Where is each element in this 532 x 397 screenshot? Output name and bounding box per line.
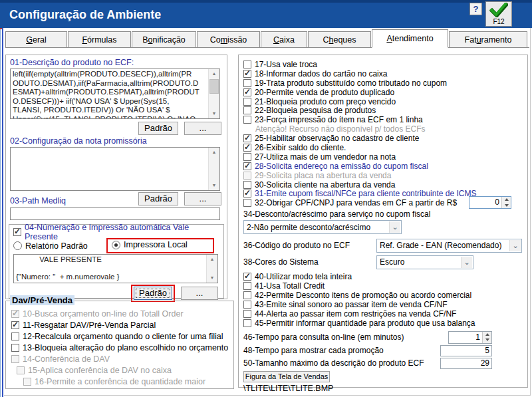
checkbox[interactable] bbox=[243, 273, 251, 281]
tab-cheques[interactable]: Cheques bbox=[308, 31, 371, 47]
input-48-tempo-promocao[interactable]: 5 bbox=[440, 345, 492, 356]
textarea-04-vale-presente[interactable]: VALE PRESENTE {"Numero: " + m.numerovale… bbox=[13, 254, 218, 283]
chevron-down-icon[interactable]: ⌄ bbox=[509, 240, 521, 251]
scrollbar[interactable]: ▲ ▼ bbox=[206, 255, 217, 283]
checkbox-row-40[interactable]: 40-Utilizar modo tela inteira bbox=[243, 272, 525, 281]
browse-button-04[interactable]: ... bbox=[181, 287, 218, 300]
chevron-down-icon[interactable]: ⌄ bbox=[389, 221, 400, 233]
checkbox[interactable] bbox=[243, 199, 251, 207]
checkbox-row-18[interactable]: 18-Informar dados do cartão no caixa bbox=[243, 69, 525, 78]
tab-comissao[interactable]: Comissão bbox=[197, 31, 260, 47]
combo-38-cores-sistema[interactable]: Escuro ⌄ bbox=[376, 255, 473, 269]
scroll-down-icon[interactable]: ▼ bbox=[209, 109, 219, 118]
checkbox[interactable] bbox=[243, 61, 251, 68]
checkbox[interactable] bbox=[243, 319, 251, 327]
checkbox[interactable] bbox=[243, 291, 251, 299]
spinner-32-valor[interactable]: 0 bbox=[469, 196, 511, 209]
browse-button-02[interactable]: ... bbox=[184, 192, 221, 205]
tab-bonificacao[interactable]: Bonificação bbox=[132, 31, 196, 47]
checkbox[interactable] bbox=[13, 228, 21, 236]
checkbox-row-20[interactable]: 20-Permite venda de produto duplicado bbox=[243, 88, 525, 97]
padrao-button-01[interactable]: Padrão bbox=[138, 122, 178, 135]
scroll-down-icon[interactable]: ▼ bbox=[209, 181, 219, 190]
tab-faturamento[interactable]: Faturamento bbox=[449, 31, 527, 47]
radio-relatorio-padrao[interactable]: Relatório Padrão bbox=[13, 241, 88, 251]
checkbox[interactable] bbox=[243, 153, 251, 161]
radio-icon[interactable] bbox=[13, 241, 22, 250]
checkbox-row-25[interactable]: 25-Habilitar observação no cadastro de c… bbox=[243, 134, 525, 143]
textarea-02-nota-promissoria[interactable]: ▲ ▼ bbox=[10, 147, 220, 191]
padrao-button-02[interactable]: Padrão bbox=[138, 192, 178, 205]
tab-geral[interactable]: Geral bbox=[5, 31, 67, 47]
checkbox-row-30[interactable]: 30-Solicita cliente na abertura da venda bbox=[243, 180, 525, 190]
checkbox[interactable] bbox=[243, 70, 251, 78]
combo-34-desconto[interactable]: 2-Não permite desconto/acréscimo ⌄ bbox=[243, 220, 402, 234]
spinner-46-tempo-consulta[interactable]: 1 bbox=[448, 331, 492, 344]
checkbox-row-27[interactable]: 27-Utiliza mais de um vendedor na nota bbox=[243, 152, 525, 162]
checkbox[interactable] bbox=[11, 321, 19, 329]
checkbox-row-14[interactable]: 14-Conferência de DAV bbox=[11, 353, 231, 364]
checkbox-row-43[interactable]: 43-Emite sinal sonoro ao passar item de … bbox=[243, 300, 525, 309]
scroll-up-icon[interactable]: ▲ bbox=[209, 148, 219, 157]
radio-impressora-local[interactable]: Impressora Local bbox=[112, 240, 188, 249]
checkbox[interactable] bbox=[243, 144, 251, 152]
checkbox[interactable] bbox=[11, 344, 19, 352]
scrollbar[interactable]: ▲ ▼ bbox=[208, 69, 219, 118]
checkbox-row-45[interactable]: 45-Permitir informar quantidade para pro… bbox=[243, 319, 525, 328]
input-50-tamanho-descricao[interactable]: 29 bbox=[440, 358, 492, 369]
textarea-01-descricao-ecf[interactable]: left(iif(empty(alltrim(PRODUTO.DESECF)),… bbox=[10, 68, 220, 119]
checkbox[interactable] bbox=[11, 332, 19, 340]
figura-tela-vendas-button[interactable]: Figura da Tela de Vendas bbox=[243, 371, 330, 382]
checkbox-row-19[interactable]: 19-Trata produto substituído como tribut… bbox=[243, 78, 525, 88]
checkbox-row-26[interactable]: 26-Exibir saldo do cliente. bbox=[243, 143, 525, 152]
checkbox[interactable] bbox=[243, 88, 251, 96]
spinner-down-icon[interactable] bbox=[483, 337, 491, 343]
spinner-up-icon[interactable] bbox=[483, 332, 491, 338]
tab-atendimento[interactable]: Atendimento bbox=[372, 29, 448, 48]
checkbox[interactable] bbox=[243, 106, 251, 114]
scrollbar-thumb[interactable] bbox=[209, 79, 219, 94]
padrao-button-04[interactable]: Padrão bbox=[134, 287, 172, 300]
spinner-up-icon[interactable] bbox=[502, 197, 511, 203]
checkbox-row-42[interactable]: 42-Permite Desconto itens de promoção ou… bbox=[243, 291, 525, 300]
checkbox-row-04[interactable]: 04-Númeração e Impressão automática Vale… bbox=[13, 227, 219, 237]
combo-36-codigo-produto[interactable]: Ref. Grade - EAN (Recomendado) ⌄ bbox=[376, 239, 522, 253]
checkbox-row-11[interactable]: 11-Resgatar DAV/Pré-Venda Parcial bbox=[11, 319, 231, 331]
browse-button-01[interactable]: ... bbox=[184, 122, 221, 135]
checkbox[interactable] bbox=[243, 301, 251, 309]
spinner-down-icon[interactable] bbox=[502, 202, 511, 208]
radio-icon[interactable] bbox=[112, 241, 120, 249]
checkbox-row-16[interactable]: 16-Permite a conferência de quantidade m… bbox=[23, 376, 231, 387]
checkbox-row-21[interactable]: 21-Bloqueia produto com preço vencido bbox=[243, 97, 525, 106]
checkbox-row-28[interactable]: 28-Solicita endereço na emissão do cupom… bbox=[243, 162, 525, 171]
scrollbar[interactable]: ▲ ▼ bbox=[208, 148, 219, 190]
checkbox-row-15[interactable]: 15-Aplica conferência de DAV no caixa bbox=[17, 364, 231, 376]
checkbox[interactable] bbox=[243, 98, 251, 106]
checkbox[interactable] bbox=[243, 190, 251, 198]
checkbox[interactable] bbox=[243, 310, 251, 318]
checkbox-row-23[interactable]: 23-Força impressão do ítem na ECF em 1 l… bbox=[243, 115, 525, 124]
checkbox-row-32[interactable]: 32-Obrigar CPF/CNPJ para vendas em CF a … bbox=[243, 198, 525, 207]
scroll-down-icon[interactable]: ▼ bbox=[207, 273, 217, 283]
scroll-up-icon[interactable]: ▲ bbox=[209, 69, 219, 78]
f12-confirm-button[interactable]: F12 bbox=[485, 1, 512, 27]
checkbox-row-41[interactable]: 41-Usa Totall Credit bbox=[243, 281, 525, 291]
path-medliq-input[interactable] bbox=[10, 207, 220, 220]
checkbox-row-22[interactable]: 22-Bloqueia pesquisa de produtos bbox=[243, 106, 525, 115]
checkbox-row-10[interactable]: 10-Busca orçamento on-line do Totall Ord… bbox=[11, 308, 231, 319]
checkbox[interactable] bbox=[243, 181, 251, 189]
checkbox[interactable] bbox=[243, 134, 251, 142]
checkbox[interactable] bbox=[243, 79, 251, 87]
tab-formulas[interactable]: Fórmulas bbox=[68, 31, 131, 47]
scroll-up-icon[interactable]: ▲ bbox=[207, 255, 217, 264]
checkbox[interactable] bbox=[243, 282, 251, 290]
checkbox-row-29[interactable]: 29-Solicita placa na abertura da venda bbox=[243, 171, 525, 180]
help-button[interactable]: ? bbox=[469, 3, 482, 15]
checkbox[interactable] bbox=[243, 116, 251, 124]
chevron-down-icon[interactable]: ⌄ bbox=[461, 257, 472, 268]
checkbox-row-17[interactable]: 17-Usa vale troca bbox=[243, 60, 525, 69]
tab-caixa[interactable]: Caixa bbox=[261, 31, 307, 47]
checkbox-row-13[interactable]: 13-Bloqueia alteração do plano escolhido… bbox=[11, 342, 231, 353]
checkbox[interactable] bbox=[243, 162, 251, 170]
checkbox-row-12[interactable]: 12-Recalcula orçamento quando o cliente … bbox=[11, 331, 231, 342]
